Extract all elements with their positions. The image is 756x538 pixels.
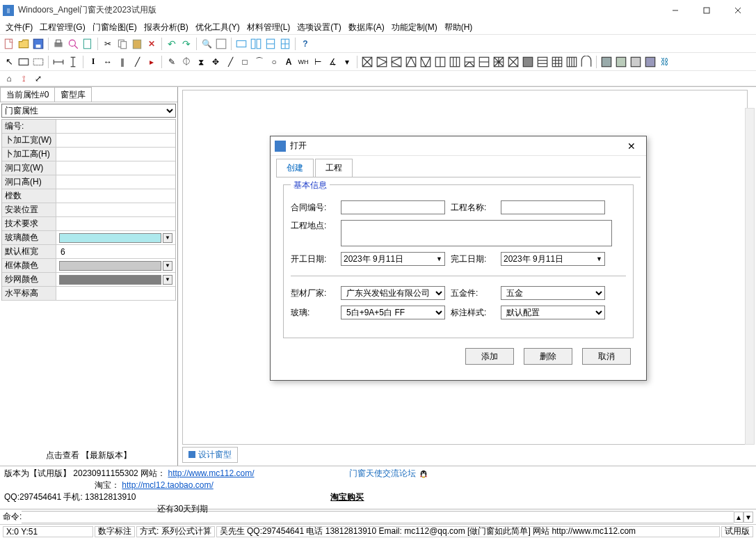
anchor-icon[interactable]: ⌂ bbox=[3, 72, 15, 85]
win-6-icon[interactable] bbox=[434, 56, 447, 68]
project-name-input[interactable] bbox=[501, 200, 605, 214]
menu-database[interactable]: 数据库(A) bbox=[346, 21, 387, 34]
menu-help[interactable]: 帮助(H) bbox=[442, 21, 476, 34]
tool-b-icon[interactable] bbox=[250, 38, 262, 50]
profile-select[interactable]: 广东兴发铝业有限公司 bbox=[341, 286, 445, 300]
prop-value[interactable] bbox=[56, 189, 175, 203]
attr-type-select[interactable]: 门窗属性 bbox=[1, 104, 176, 118]
prop-input[interactable] bbox=[59, 135, 172, 146]
help-icon[interactable]: ? bbox=[299, 38, 312, 50]
print-icon[interactable] bbox=[52, 38, 65, 50]
ibeam-icon[interactable]: I bbox=[87, 56, 99, 68]
hmeasure-icon[interactable]: ⊢ bbox=[312, 56, 324, 68]
save-icon[interactable] bbox=[32, 38, 45, 50]
menu-file[interactable]: 文件(F) bbox=[3, 21, 35, 34]
undo-icon[interactable]: ↶ bbox=[166, 38, 178, 50]
win-5-icon[interactable] bbox=[419, 56, 432, 68]
angle-icon[interactable]: ∡ bbox=[326, 56, 339, 68]
rect-icon[interactable] bbox=[17, 56, 30, 68]
panel-4-icon[interactable] bbox=[644, 56, 657, 68]
preview-icon[interactable] bbox=[67, 38, 79, 50]
win-3-icon[interactable] bbox=[390, 56, 403, 68]
paste-icon[interactable] bbox=[131, 38, 143, 50]
grid-1-icon[interactable] bbox=[536, 56, 549, 68]
menu-draw[interactable]: 门窗绘图(E) bbox=[90, 21, 140, 34]
open-icon[interactable] bbox=[17, 38, 30, 50]
close-button[interactable] bbox=[722, 1, 753, 20]
prop-value[interactable] bbox=[56, 245, 175, 259]
grid-3-icon[interactable] bbox=[565, 56, 578, 68]
win-4-icon[interactable] bbox=[405, 56, 417, 68]
wh-icon[interactable]: WH bbox=[297, 56, 309, 68]
end-date-picker[interactable]: 2023年 9月11日▼ bbox=[501, 252, 605, 266]
start-date-picker[interactable]: 2023年 9月11日▼ bbox=[341, 252, 445, 266]
forum-link[interactable]: 门窗天使交流论坛 bbox=[349, 468, 416, 478]
menu-material[interactable]: 材料管理(L) bbox=[244, 21, 293, 34]
tab-window-lib[interactable]: 窗型库 bbox=[54, 87, 92, 102]
prop-input[interactable] bbox=[59, 246, 172, 258]
color-swatch[interactable] bbox=[59, 275, 161, 285]
chevron-down-icon[interactable]: ▼ bbox=[163, 233, 172, 243]
win-11-icon[interactable] bbox=[507, 56, 520, 68]
vertical-scrollbar[interactable] bbox=[745, 108, 755, 445]
tab-design-window[interactable]: 设计窗型 bbox=[182, 447, 238, 463]
prop-value[interactable] bbox=[56, 175, 175, 189]
hardware-select[interactable]: 五金 bbox=[501, 286, 605, 300]
prop-value[interactable]: ▼ bbox=[56, 259, 175, 273]
line-icon[interactable]: ╱ bbox=[224, 56, 236, 68]
win-9-icon[interactable] bbox=[478, 56, 490, 68]
win-2-icon[interactable] bbox=[376, 56, 388, 68]
prop-value[interactable] bbox=[56, 217, 175, 231]
win-1-icon[interactable] bbox=[361, 56, 373, 68]
panel-3-icon[interactable] bbox=[629, 56, 642, 68]
zoom-icon[interactable]: 🔍 bbox=[200, 38, 213, 50]
delete-icon[interactable]: ✕ bbox=[145, 38, 158, 50]
flag-icon[interactable]: ▸ bbox=[145, 56, 158, 68]
prop-input[interactable] bbox=[59, 121, 172, 132]
win-8-icon[interactable] bbox=[463, 56, 476, 68]
prop-input[interactable] bbox=[59, 191, 172, 202]
fit-icon[interactable] bbox=[215, 38, 227, 50]
pin-icon[interactable]: ⟟ bbox=[17, 72, 30, 85]
add-button[interactable]: 添加 bbox=[465, 348, 514, 365]
text-a-icon[interactable]: A bbox=[282, 56, 295, 68]
minimize-button[interactable] bbox=[659, 1, 691, 20]
prop-input[interactable] bbox=[59, 149, 172, 160]
taobao-link[interactable]: http://mcl12.taobao.com/ bbox=[122, 480, 213, 490]
color-swatch[interactable] bbox=[59, 233, 161, 243]
rect2-icon[interactable] bbox=[32, 56, 45, 68]
prop-value[interactable] bbox=[56, 148, 175, 161]
prop-input[interactable] bbox=[59, 205, 172, 216]
circle-icon[interactable]: ○ bbox=[268, 56, 280, 68]
new-icon[interactable] bbox=[3, 38, 15, 50]
vsep-icon[interactable]: ‖ bbox=[116, 56, 129, 68]
win-10-icon[interactable] bbox=[492, 56, 505, 68]
redo-icon[interactable]: ↷ bbox=[180, 38, 193, 50]
tool-a-icon[interactable] bbox=[235, 38, 248, 50]
chevron-down-icon[interactable]: ▼ bbox=[163, 275, 172, 285]
prop-input[interactable] bbox=[59, 177, 172, 188]
style-select[interactable]: 默认配置 bbox=[501, 306, 605, 319]
tab-current-attr[interactable]: 当前属性#0 bbox=[0, 87, 55, 102]
menu-custom[interactable]: 功能定制(M) bbox=[389, 21, 440, 34]
dialog-close-button[interactable]: ✕ bbox=[621, 141, 642, 152]
taobao-buy-link[interactable]: 淘宝购买 bbox=[330, 491, 364, 503]
menu-report[interactable]: 报表分析(B) bbox=[141, 21, 191, 34]
win-7-icon[interactable] bbox=[449, 56, 461, 68]
grid-2-icon[interactable] bbox=[551, 56, 563, 68]
copy-icon[interactable] bbox=[116, 38, 129, 50]
win-12-icon[interactable] bbox=[522, 56, 534, 68]
prop-value[interactable] bbox=[56, 161, 175, 175]
pencil-icon[interactable]: ✎ bbox=[166, 56, 178, 68]
menu-options[interactable]: 选项设置(T) bbox=[294, 21, 344, 34]
prop-value[interactable] bbox=[56, 120, 175, 134]
pointer-icon[interactable]: ↖ bbox=[3, 56, 15, 68]
delete-button[interactable]: 删除 bbox=[524, 348, 572, 365]
tool-d-icon[interactable] bbox=[279, 38, 291, 50]
menu-optimize[interactable]: 优化工具(Y) bbox=[193, 21, 243, 34]
maximize-button[interactable] bbox=[691, 1, 722, 20]
cancel-button[interactable]: 取消 bbox=[582, 348, 631, 365]
prop-value[interactable] bbox=[56, 134, 175, 148]
prop-value[interactable]: ▼ bbox=[56, 273, 175, 287]
sdim-icon[interactable]: ↔ bbox=[102, 56, 114, 68]
